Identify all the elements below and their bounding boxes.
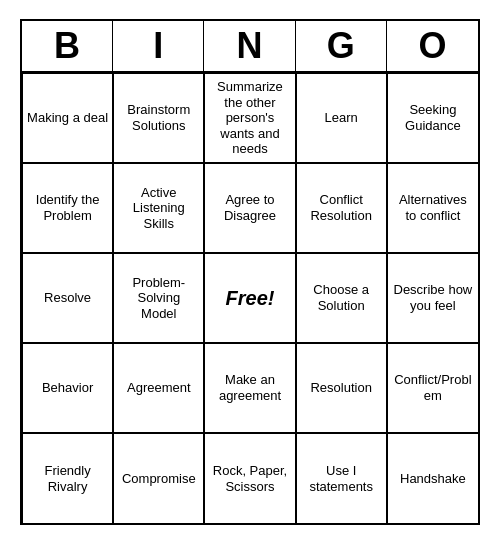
bingo-cell: Summarize the other person's wants and n… (204, 73, 295, 163)
bingo-cell: Conflict/Problem (387, 343, 478, 433)
bingo-cell: Handshake (387, 433, 478, 523)
bingo-grid: Making a dealBrainstorm SolutionsSummari… (22, 73, 478, 523)
bingo-cell: Make an agreement (204, 343, 295, 433)
bingo-cell: Agreement (113, 343, 204, 433)
bingo-cell: Free! (204, 253, 295, 343)
header-letter: I (113, 21, 204, 71)
bingo-cell: Friendly Rivalry (22, 433, 113, 523)
bingo-cell: Choose a Solution (296, 253, 387, 343)
header-letter: O (387, 21, 478, 71)
bingo-cell: Learn (296, 73, 387, 163)
bingo-cell: Seeking Guidance (387, 73, 478, 163)
bingo-cell: Conflict Resolution (296, 163, 387, 253)
bingo-cell: Resolve (22, 253, 113, 343)
bingo-cell: Behavior (22, 343, 113, 433)
bingo-cell: Alternatives to conflict (387, 163, 478, 253)
bingo-cell: Active Listening Skills (113, 163, 204, 253)
bingo-cell: Agree to Disagree (204, 163, 295, 253)
header-letter: N (204, 21, 295, 71)
bingo-cell: Rock, Paper, Scissors (204, 433, 295, 523)
bingo-cell: Making a deal (22, 73, 113, 163)
header-letter: B (22, 21, 113, 71)
bingo-cell: Brainstorm Solutions (113, 73, 204, 163)
bingo-cell: Use I statements (296, 433, 387, 523)
bingo-cell: Resolution (296, 343, 387, 433)
bingo-cell: Identify the Problem (22, 163, 113, 253)
bingo-cell: Describe how you feel (387, 253, 478, 343)
bingo-card: BINGO Making a dealBrainstorm SolutionsS… (20, 19, 480, 525)
bingo-header: BINGO (22, 21, 478, 73)
header-letter: G (296, 21, 387, 71)
bingo-cell: Problem-Solving Model (113, 253, 204, 343)
bingo-cell: Compromise (113, 433, 204, 523)
